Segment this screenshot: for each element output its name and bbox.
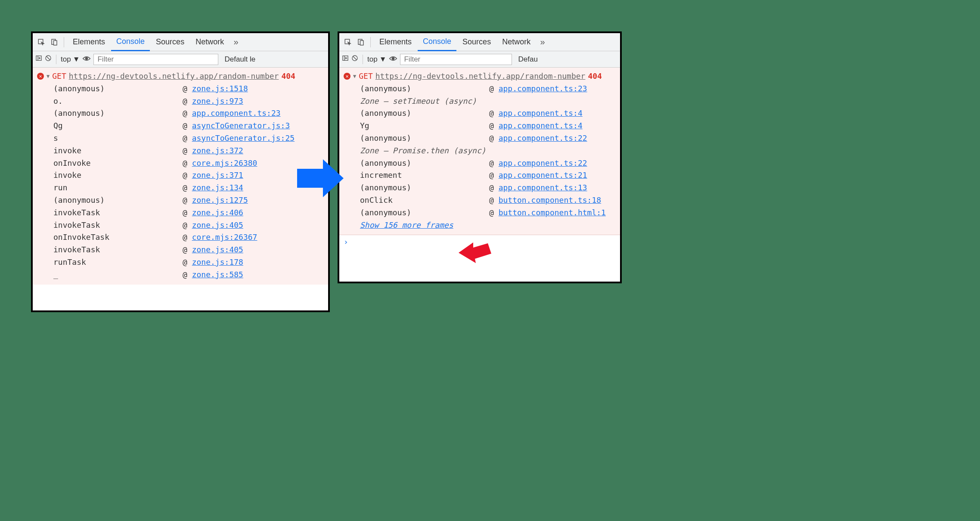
frame-location: @ zone.js:405 <box>183 219 243 232</box>
sidebar-toggle-icon[interactable] <box>35 55 42 64</box>
clear-console-icon[interactable] <box>45 55 52 64</box>
tab-network[interactable]: Network <box>190 33 229 51</box>
tab-console[interactable]: Console <box>111 34 150 51</box>
frame-location: @ asyncToGenerator.js:25 <box>183 132 295 145</box>
separator <box>56 55 56 64</box>
request-url[interactable]: https://ng-devtools.netlify.app/random-n… <box>69 70 279 83</box>
filter-input[interactable] <box>93 54 218 65</box>
source-link[interactable]: zone.js:1275 <box>192 195 248 205</box>
disclosure-icon[interactable]: ▼ <box>353 72 356 81</box>
source-link[interactable]: button.component.html:1 <box>499 208 606 217</box>
source-link[interactable]: app.component.ts:4 <box>499 121 583 130</box>
http-method: GET <box>52 70 66 83</box>
source-link[interactable]: zone.js:405 <box>192 220 243 229</box>
frame-location: @ button.component.html:1 <box>489 207 606 219</box>
source-link[interactable]: core.mjs:26367 <box>192 233 257 242</box>
frame-function: s <box>53 132 183 145</box>
source-link[interactable]: zone.js:178 <box>192 257 243 267</box>
error-icon: ✕ <box>344 73 350 80</box>
device-toggle-icon[interactable] <box>355 36 367 48</box>
inspect-icon[interactable] <box>342 36 354 48</box>
frame-location: @ zone.js:134 <box>183 182 243 194</box>
context-selector[interactable]: top ▼ <box>61 55 80 64</box>
frame-location: @ app.component.ts:23 <box>183 107 281 120</box>
stack-frame: increment@ app.component.ts:21 <box>344 169 616 182</box>
source-link[interactable]: app.component.ts:23 <box>499 84 587 93</box>
stack-frame: onInvokeTask@ core.mjs:26367 <box>37 231 324 244</box>
stack-frame: onClick@ button.component.ts:18 <box>344 194 616 207</box>
stack-frame: Yg@ app.component.ts:4 <box>344 120 616 132</box>
source-link[interactable]: app.component.ts:22 <box>499 158 587 167</box>
frame-function: onInvokeTask <box>53 231 183 244</box>
stack-frame: (anonymous)@ app.component.ts:23 <box>344 83 616 95</box>
inspect-icon[interactable] <box>35 36 47 48</box>
source-link[interactable]: asyncToGenerator.js:25 <box>192 133 295 143</box>
source-link[interactable]: zone.js:371 <box>192 171 243 180</box>
devtools-tabbar: Elements Console Sources Network » <box>339 33 620 51</box>
frame-function: (anonymous) <box>53 107 183 120</box>
stack-frame: o.@ zone.js:973 <box>37 95 324 108</box>
frame-location: @ app.component.ts:4 <box>489 120 583 132</box>
frame-function: run <box>53 182 183 194</box>
svg-rect-8 <box>360 40 364 45</box>
source-link[interactable]: zone.js:1518 <box>192 84 248 93</box>
filter-input[interactable] <box>400 54 512 65</box>
show-more-link[interactable]: Show 156 more frames <box>360 220 453 229</box>
error-icon: ✕ <box>37 73 44 80</box>
source-link[interactable]: zone.js:405 <box>192 245 243 254</box>
frame-function: (anonymous) <box>360 207 489 219</box>
source-link[interactable]: zone.js:585 <box>192 270 243 279</box>
http-method: GET <box>359 70 373 83</box>
log-levels-label[interactable]: Defau <box>518 55 537 64</box>
request-url[interactable]: https://ng-devtools.netlify.app/random-n… <box>375 70 586 83</box>
disclosure-icon[interactable]: ▼ <box>47 72 50 81</box>
source-link[interactable]: core.mjs:26380 <box>192 158 257 167</box>
tab-console[interactable]: Console <box>418 34 456 51</box>
source-link[interactable]: zone.js:406 <box>192 208 243 217</box>
show-more-frames[interactable]: Show 156 more frames <box>344 219 616 232</box>
source-link[interactable]: app.component.ts:22 <box>499 133 587 143</box>
frame-function: invoke <box>53 145 183 157</box>
source-link[interactable]: app.component.ts:4 <box>499 109 583 118</box>
frame-location: @ core.mjs:26367 <box>183 231 257 244</box>
svg-marker-12 <box>459 242 491 263</box>
error-header[interactable]: ✕ ▼ GET https://ng-devtools.netlify.app/… <box>37 70 324 83</box>
tab-sources[interactable]: Sources <box>457 33 496 51</box>
context-selector[interactable]: top ▼ <box>367 55 386 64</box>
stack-frame: (anonymous)@ app.component.ts:23 <box>37 107 324 120</box>
tab-elements[interactable]: Elements <box>374 33 417 51</box>
stack-frame: runTask@ zone.js:178 <box>37 256 324 269</box>
frame-location: @ zone.js:585 <box>183 269 243 281</box>
stack-frame: (anonymous)@ app.component.ts:22 <box>344 132 616 145</box>
tab-network[interactable]: Network <box>497 33 536 51</box>
stack-frame: invokeTask@ zone.js:405 <box>37 244 324 256</box>
frame-function: invokeTask <box>53 219 183 232</box>
frame-location: @ app.component.ts:4 <box>489 107 583 120</box>
frame-location: @ zone.js:973 <box>183 95 243 108</box>
frame-function: increment <box>360 169 489 182</box>
source-link[interactable]: app.component.ts:21 <box>499 171 587 180</box>
source-link[interactable]: button.component.ts:18 <box>499 195 601 205</box>
source-link[interactable]: zone.js:372 <box>192 146 243 155</box>
error-header[interactable]: ✕ ▼ GET https://ng-devtools.netlify.app/… <box>344 70 616 83</box>
source-link[interactable]: app.component.ts:23 <box>192 109 281 118</box>
clear-console-icon[interactable] <box>351 55 358 64</box>
source-link[interactable]: asyncToGenerator.js:3 <box>192 121 290 130</box>
device-toggle-icon[interactable] <box>48 36 60 48</box>
live-expression-icon[interactable] <box>82 55 91 64</box>
live-expression-icon[interactable] <box>389 55 397 64</box>
svg-point-11 <box>392 57 394 59</box>
tab-sources[interactable]: Sources <box>151 33 189 51</box>
source-link[interactable]: zone.js:973 <box>192 96 243 105</box>
stack-frame: (anonymous)@ zone.js:1275 <box>37 194 324 207</box>
tab-elements[interactable]: Elements <box>68 33 110 51</box>
source-link[interactable]: zone.js:134 <box>192 183 243 192</box>
log-levels-label[interactable]: Default le <box>224 55 255 64</box>
stack-frame: (anonymous)@ app.component.ts:13 <box>344 182 616 194</box>
more-tabs-icon[interactable]: » <box>230 36 242 48</box>
frame-function: Qg <box>53 120 183 132</box>
more-tabs-icon[interactable]: » <box>537 36 549 48</box>
source-link[interactable]: app.component.ts:13 <box>499 183 587 192</box>
dropdown-icon: ▼ <box>379 55 387 64</box>
sidebar-toggle-icon[interactable] <box>342 55 349 64</box>
